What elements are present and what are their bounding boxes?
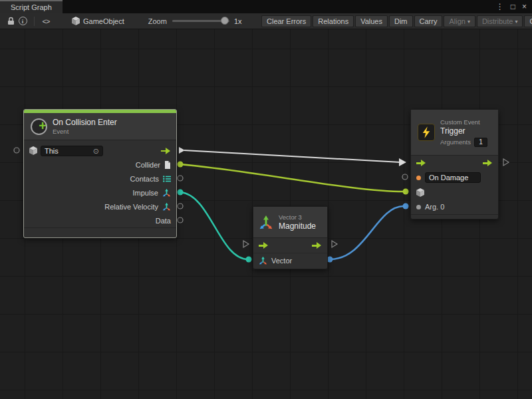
collider-doc-icon (164, 161, 171, 169)
clear-errors-button[interactable]: Clear Errors (261, 15, 311, 27)
event-name-input[interactable]: On Damage (425, 172, 481, 183)
wire-flow[interactable] (184, 150, 400, 162)
flow-out-port-icon[interactable] (312, 242, 322, 249)
zoom-slider-knob[interactable] (221, 17, 229, 25)
custom-event-icon (418, 124, 435, 141)
arg0-row: Arg. 0 (411, 200, 498, 214)
overview-button[interactable]: Overv (524, 15, 532, 27)
close-icon[interactable]: × (522, 3, 527, 11)
info-icon[interactable]: i (17, 15, 29, 27)
node-on-collision-enter[interactable]: + On Collision Enter Event This ⊙ (23, 109, 177, 238)
vector3-icon (162, 202, 171, 211)
carry-button[interactable]: Carry (414, 15, 443, 27)
output-row-data: Data (24, 213, 176, 227)
menu-icon[interactable]: ⋮ (496, 3, 504, 11)
zoom-value: 1x (234, 17, 242, 25)
toolbar-buttons: Clear Errors Relations Values Dim Carry … (261, 15, 532, 27)
port-this-in[interactable] (14, 148, 19, 153)
event-target-row (411, 185, 498, 200)
port-flow-out-marker[interactable] (179, 147, 185, 154)
flow-out-port-icon[interactable] (483, 160, 493, 166)
wire-collider[interactable] (180, 164, 404, 192)
wire-impulse-vector[interactable] (180, 192, 248, 259)
chevron-down-icon: ▾ (467, 17, 470, 27)
zoom-slider[interactable] (172, 20, 229, 22)
toolbar-separator (34, 17, 35, 26)
graph-toolbar: i <> GameObject Zoom 1x Clear Errors Rel… (0, 13, 532, 29)
distribute-dropdown[interactable]: Distribute▾ (477, 15, 523, 27)
object-picker-icon: ⊙ (93, 146, 99, 156)
wire-magnitude-arg0[interactable] (330, 206, 404, 259)
port-magnitude-flow-out[interactable] (332, 241, 337, 247)
cube-icon (72, 17, 80, 25)
code-view-icon[interactable]: <> (40, 15, 52, 27)
vector3-icon (259, 256, 267, 265)
port-collider-out[interactable] (178, 162, 184, 168)
port-arg0-in[interactable] (403, 203, 409, 209)
wire-flow-arrowhead (399, 158, 406, 166)
port-data-out[interactable] (178, 217, 183, 223)
port-vector-in[interactable] (246, 257, 252, 263)
gameobject-label: GameObject (83, 17, 124, 25)
port-magnitude-flow-in[interactable] (243, 241, 249, 247)
tab-title: Script Graph (11, 3, 52, 11)
target-row: This ⊙ (24, 144, 176, 158)
node-footer (411, 214, 498, 220)
output-row-contacts: Contacts (24, 172, 176, 186)
zoom-label: Zoom (148, 17, 167, 25)
value-type-dot (416, 205, 421, 209)
flow-in-port-icon[interactable] (259, 242, 269, 249)
arguments-label: Arguments (440, 138, 471, 146)
port-event-target-in[interactable] (403, 189, 409, 195)
target-self-field[interactable]: This ⊙ (41, 146, 103, 156)
cube-icon (29, 146, 37, 155)
node-subtitle: Event (53, 128, 117, 135)
node-vector3-magnitude[interactable]: Vector 3 Magnitude Vector (253, 206, 328, 269)
values-button[interactable]: Values (355, 15, 388, 27)
vector3-icon (162, 188, 171, 197)
vector3-icon (259, 215, 273, 229)
dim-button[interactable]: Dim (389, 15, 413, 27)
node-group-label: Custom Event (440, 118, 487, 126)
port-relative-velocity-out[interactable] (178, 203, 183, 209)
node-title: Magnitude (279, 221, 316, 231)
collision-node-header: + On Collision Enter Event (24, 113, 176, 140)
flow-out-port-icon[interactable] (161, 148, 171, 154)
relations-button[interactable]: Relations (313, 15, 354, 27)
output-row-relative-velocity: Relative Velocity (24, 200, 176, 213)
port-event-name-in[interactable] (402, 174, 408, 180)
gameobject-selector[interactable]: GameObject (72, 17, 124, 25)
node-group-label: Vector 3 (279, 213, 316, 221)
node-footer (24, 227, 176, 239)
collision-event-icon: + (31, 118, 47, 135)
maximize-icon[interactable]: □ (511, 3, 515, 11)
cube-icon (416, 188, 424, 197)
tab-bar: Script Graph ⋮ □ × (0, 0, 532, 13)
node-title: On Collision Enter (53, 118, 117, 127)
window-controls: ⋮ □ × (496, 0, 532, 13)
lock-icon[interactable] (5, 15, 17, 27)
output-row-collider: Collider (24, 158, 176, 172)
node-title: Trigger (440, 126, 487, 136)
list-icon (163, 176, 171, 182)
node-custom-event-trigger[interactable]: Custom Event Trigger Arguments 1 On Dama… (410, 109, 499, 219)
port-impulse-out[interactable] (178, 190, 184, 196)
align-dropdown[interactable]: Align▾ (444, 15, 475, 27)
flow-in-port-icon[interactable] (416, 160, 426, 166)
arguments-row: Arguments 1 (440, 138, 487, 147)
graph-canvas[interactable]: + On Collision Enter Event This ⊙ (0, 29, 532, 399)
unity-editor: Script Graph ⋮ □ × i <> GameObject Zoom … (0, 0, 532, 399)
output-row-impulse: Impulse (24, 186, 176, 200)
flow-row (253, 238, 327, 253)
event-name-row: On Damage (411, 170, 498, 185)
port-event-flow-out[interactable] (503, 159, 509, 166)
custom-event-node-header: Custom Event Trigger Arguments 1 (411, 110, 498, 155)
chevron-down-icon: ▾ (515, 17, 517, 27)
flow-row (411, 156, 498, 170)
port-contacts-out[interactable] (178, 176, 183, 181)
string-type-dot (416, 176, 421, 180)
arguments-count-input[interactable]: 1 (474, 138, 487, 147)
tab-script-graph[interactable]: Script Graph (0, 0, 63, 13)
vector-input-row: Vector (253, 253, 327, 267)
magnitude-node-header: Vector 3 Magnitude (253, 207, 327, 237)
